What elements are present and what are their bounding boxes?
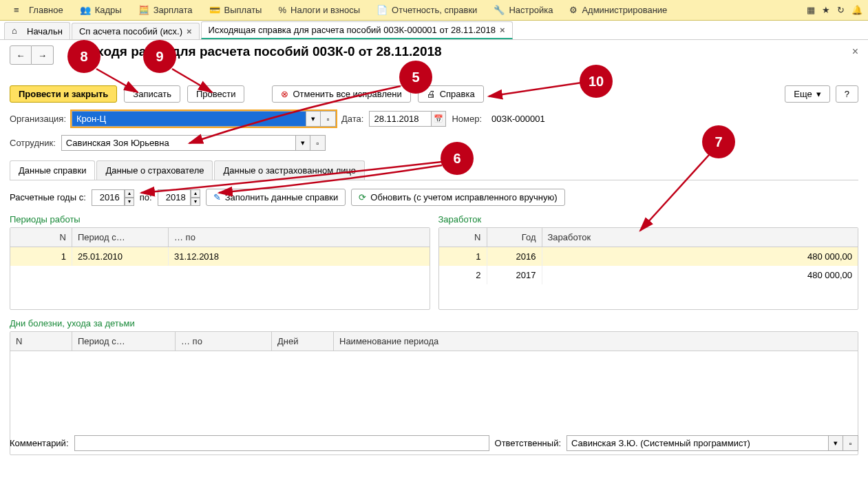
report-icon: 📄 bbox=[377, 5, 388, 15]
years-row: Расчетные годы с: 2016 ▴▾ по: 2018 ▴▾ ✎З… bbox=[10, 189, 858, 206]
resp-field[interactable]: Савинская З.Ю. (Системный программист) ▾… bbox=[567, 435, 858, 451]
percent-icon: % bbox=[278, 5, 286, 15]
apps-icon[interactable]: ▦ bbox=[807, 5, 815, 15]
periods-table: N Период с… … по 1 25.01.2010 31.12.2018 bbox=[10, 227, 430, 310]
date-field[interactable]: 28.11.2018 📅 bbox=[369, 111, 446, 127]
menu-kadry[interactable]: 👥Кадры bbox=[72, 5, 130, 15]
comment-label: Комментарий: bbox=[10, 438, 69, 448]
date-label: Дата: bbox=[341, 114, 363, 124]
tab-zastrakhovannoe[interactable]: Данные о застрахованном лице bbox=[214, 160, 365, 180]
spin-up-icon[interactable]: ▴ bbox=[125, 189, 134, 198]
tab-spravka[interactable]: Данные справки bbox=[10, 160, 95, 180]
menu-right: ▦ ★ ↻ 🔔 bbox=[807, 5, 862, 15]
emp-field[interactable]: Савинская Зоя Юрьевна ▾ ▫ bbox=[61, 135, 326, 151]
sick-title: Дни болезни, ухода за детьми bbox=[10, 318, 858, 328]
table-row[interactable]: 1 2016 480 000,00 bbox=[439, 247, 858, 266]
history-icon[interactable]: ↻ bbox=[837, 5, 845, 15]
cancel-icon: ⊗ bbox=[281, 89, 288, 99]
page-title: сходя равка для расчета пособий 00ЗК-0 о… bbox=[89, 44, 442, 59]
annotation-badge: 6 bbox=[441, 142, 474, 175]
open-icon[interactable]: ▫ bbox=[843, 435, 858, 451]
dropdown-icon[interactable]: ▾ bbox=[295, 135, 310, 151]
emp-label: Сотрудник: bbox=[10, 138, 56, 148]
year-from-spinner[interactable]: 2016 ▴▾ bbox=[92, 189, 134, 206]
menu-zarplata[interactable]: 🧮Зарплата bbox=[130, 5, 201, 15]
tab-list[interactable]: Сп асчета пособий (исх.)× bbox=[72, 23, 200, 39]
annotation-badge: 5 bbox=[399, 61, 432, 94]
post-button[interactable]: Провести bbox=[187, 85, 245, 103]
menu-nastroika[interactable]: 🔧Настройка bbox=[485, 5, 561, 15]
earn-title: Заработок bbox=[438, 214, 859, 224]
more-button[interactable]: Еще bbox=[785, 85, 829, 103]
annotation-badge: 10 bbox=[580, 65, 613, 98]
doc-tabs: ⌂Начальн Сп асчета пособий (исх.)× Исход… bbox=[0, 21, 868, 40]
calc-icon: 🧮 bbox=[138, 5, 149, 15]
cancel-corrections-button[interactable]: ⊗Отменить все исправлени bbox=[272, 85, 410, 103]
periods-title: Периоды работы bbox=[10, 214, 430, 224]
menu-main-label: Главное bbox=[29, 5, 63, 15]
open-icon[interactable]: ▫ bbox=[321, 111, 336, 127]
num-field: 00ЗК-000001 bbox=[487, 112, 556, 126]
refresh-button[interactable]: ⟳Обновить (с учетом исправленного вручну… bbox=[351, 189, 564, 206]
menu-admin[interactable]: ⚙Администрирование bbox=[561, 5, 675, 15]
year-to-spinner[interactable]: 2018 ▴▾ bbox=[158, 189, 200, 206]
fill-icon: ✎ bbox=[213, 192, 221, 202]
years-to-label: по: bbox=[140, 192, 152, 202]
bell-icon[interactable]: 🔔 bbox=[851, 5, 862, 15]
people-icon: 👥 bbox=[80, 5, 91, 15]
star-icon[interactable]: ★ bbox=[822, 5, 830, 15]
menu-icon: ≡ bbox=[14, 5, 25, 16]
years-label: Расчетные годы с: bbox=[10, 192, 86, 202]
page-body: ← → сходя равка для расчета пособий 00ЗК… bbox=[0, 40, 868, 461]
open-icon[interactable]: ▫ bbox=[310, 135, 326, 151]
close-icon[interactable]: × bbox=[187, 26, 192, 36]
write-button[interactable]: Записать bbox=[124, 85, 180, 103]
dropdown-icon[interactable]: ▾ bbox=[306, 111, 321, 127]
annotation-badge: 9 bbox=[143, 40, 176, 73]
close-icon[interactable]: × bbox=[500, 25, 505, 35]
num-label: Номер: bbox=[452, 114, 482, 124]
org-field[interactable]: Крон-Ц ▾ ▫ bbox=[72, 111, 336, 127]
menu-vyplaty[interactable]: 💳Выплаты bbox=[201, 5, 271, 15]
menu-main[interactable]: ≡Главное bbox=[6, 5, 72, 16]
print-icon: 🖨 bbox=[427, 89, 436, 99]
wallet-icon: 💳 bbox=[209, 5, 220, 15]
org-row: Организация: Крон-Ц ▾ ▫ Дата: 28.11.2018… bbox=[10, 111, 858, 127]
help-q-button[interactable]: ? bbox=[836, 85, 858, 103]
resp-label: Ответственный: bbox=[495, 438, 561, 448]
tab-strakhovatel[interactable]: Данные о страхователе bbox=[96, 160, 213, 180]
menu-nalogi[interactable]: %Налоги и взносы bbox=[270, 5, 368, 15]
annotation-badge: 7 bbox=[702, 125, 735, 158]
refresh-icon: ⟳ bbox=[359, 192, 366, 202]
earn-table: N Год Заработок 1 2016 480 000,00 2 2017… bbox=[438, 227, 859, 310]
main-menu: ≡Главное 👥Кадры 🧮Зарплата 💳Выплаты %Нало… bbox=[0, 0, 868, 21]
gear-icon: ⚙ bbox=[569, 5, 578, 15]
tab-home[interactable]: ⌂Начальн bbox=[4, 22, 70, 39]
spin-down-icon[interactable]: ▾ bbox=[191, 198, 200, 206]
calendar-icon[interactable]: 📅 bbox=[431, 111, 446, 127]
org-label: Организация: bbox=[10, 114, 66, 124]
spin-up-icon[interactable]: ▴ bbox=[191, 189, 200, 198]
table-row[interactable]: 1 25.01.2010 31.12.2018 bbox=[10, 247, 430, 266]
table-row[interactable]: 2 2017 480 000,00 bbox=[439, 266, 858, 284]
annotation-badge: 8 bbox=[67, 40, 100, 73]
home-icon: ⌂ bbox=[12, 25, 23, 36]
dropdown-icon[interactable]: ▾ bbox=[828, 435, 843, 451]
toolbar: Провести и закрыть Записать Провести ⊗От… bbox=[10, 85, 858, 103]
spin-down-icon[interactable]: ▾ bbox=[125, 198, 134, 206]
back-button[interactable]: ← bbox=[10, 45, 32, 65]
post-close-button[interactable]: Провести и закрыть bbox=[10, 85, 117, 103]
fill-button[interactable]: ✎Заполнить данные справки bbox=[206, 189, 346, 206]
forward-button[interactable]: → bbox=[32, 45, 54, 65]
tab-doc[interactable]: Исходящая справка для расчета пособий 00… bbox=[201, 21, 513, 39]
menu-otchet[interactable]: 📄Отчетность, справки bbox=[368, 5, 485, 15]
inner-tabs: Данные справки Данные о страхователе Дан… bbox=[10, 160, 858, 180]
footer: Комментарий: Ответственный: Савинская З.… bbox=[10, 435, 858, 451]
page-close-button[interactable]: × bbox=[852, 45, 858, 58]
wrench-icon: 🔧 bbox=[494, 5, 505, 15]
comment-input[interactable] bbox=[74, 435, 489, 451]
